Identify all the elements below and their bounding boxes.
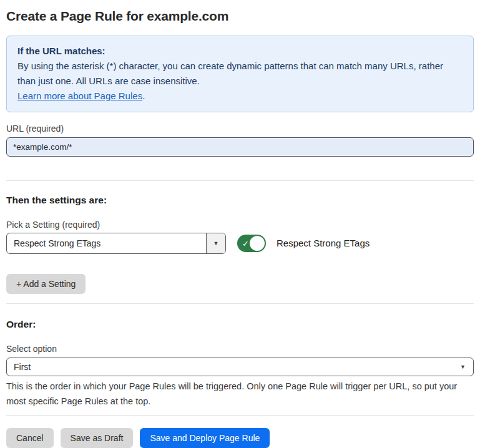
setting-select[interactable]: Respect Strong ETags ▼ (6, 233, 226, 254)
dropdown-arrow-icon: ▼ (213, 240, 219, 246)
learn-more-link[interactable]: Learn more about Page Rules (17, 90, 142, 101)
info-box-body: By using the asterisk (*) character, you… (17, 59, 463, 89)
url-field-label: URL (required) (6, 122, 474, 135)
setting-row: Respect Strong ETags ▼ ✓ Respect Strong … (6, 233, 474, 254)
page-rule-form: Create a Page Rule for example.com If th… (0, 0, 480, 448)
add-setting-button[interactable]: + Add a Setting (6, 274, 86, 294)
info-box-link-line: Learn more about Page Rules. (17, 89, 463, 104)
setting-toggle[interactable]: ✓ (237, 235, 266, 252)
setting-toggle-label: Respect Strong ETags (277, 233, 370, 254)
dropdown-arrow-icon: ▼ (460, 364, 466, 370)
save-as-draft-button[interactable]: Save as Draft (61, 428, 134, 448)
info-box-heading: If the URL matches: (17, 44, 463, 59)
section-divider (6, 303, 474, 304)
order-help-text: This is the order in which your Page Rul… (6, 379, 474, 409)
setting-select-value: Respect Strong ETags (7, 233, 206, 253)
page-title: Create a Page Rule for example.com (6, 7, 474, 25)
toggle-knob (250, 236, 265, 251)
link-suffix: . (142, 90, 145, 101)
cancel-button[interactable]: Cancel (6, 428, 54, 448)
section-divider (6, 180, 474, 181)
setting-select-arrow-button[interactable]: ▼ (206, 233, 225, 253)
check-icon: ✓ (242, 240, 249, 248)
order-select[interactable]: First ▼ (6, 358, 474, 376)
setting-picker-label: Pick a Setting (required) (6, 218, 474, 231)
order-section-heading: Order: (6, 318, 474, 331)
settings-section-heading: Then the settings are: (6, 193, 474, 207)
url-input[interactable] (6, 137, 474, 157)
save-and-deploy-button[interactable]: Save and Deploy Page Rule (140, 428, 270, 448)
order-select-label: Select option (6, 343, 474, 355)
actions-row: Cancel Save as Draft Save and Deploy Pag… (6, 428, 474, 448)
actions-divider (6, 415, 474, 416)
order-select-value: First (14, 362, 31, 372)
url-match-info-box: If the URL matches: By using the asteris… (6, 36, 474, 112)
